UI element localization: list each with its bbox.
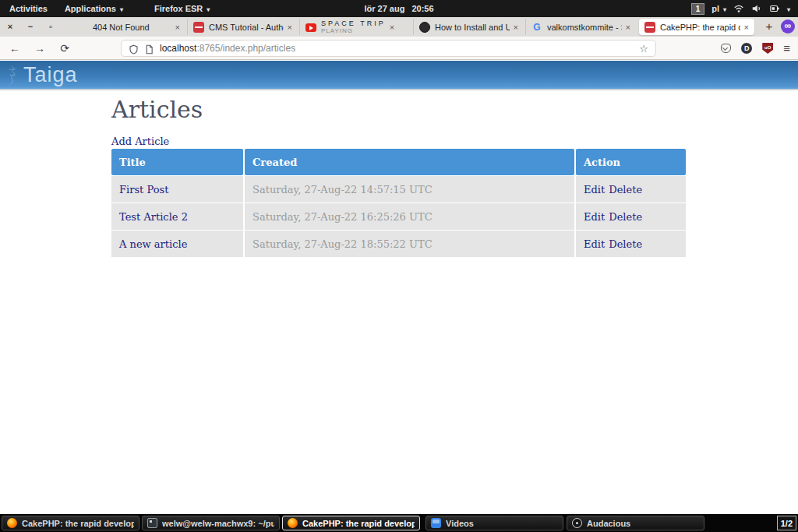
article-title-cell: Test Article 2: [111, 203, 243, 230]
url-text: localhost:8765/index.php/articles: [160, 43, 295, 54]
taskbar-item-firefox-2-active[interactable]: CakePHP: the rapid development ...: [282, 516, 420, 530]
minimize-window-button[interactable]: −: [23, 17, 37, 37]
articles-table: Title Created Action First Post Saturday…: [111, 149, 686, 257]
wifi-icon[interactable]: [733, 3, 744, 14]
maximize-window-button[interactable]: ▫: [44, 17, 58, 37]
firefox-icon: [7, 518, 17, 528]
column-header-title: Title: [111, 149, 243, 175]
reload-button[interactable]: ⟳: [55, 40, 75, 57]
keyboard-layout-label: pl: [711, 4, 719, 13]
chevron-down-icon: ▾: [120, 6, 123, 13]
bookmark-star-icon[interactable]: ☆: [639, 43, 648, 55]
tab-title: 404 Not Found: [71, 23, 171, 32]
close-tab-icon[interactable]: ×: [390, 23, 394, 32]
shield-icon[interactable]: [129, 44, 139, 54]
page-info-icon[interactable]: [144, 44, 154, 54]
edit-link[interactable]: Edit: [584, 238, 605, 250]
article-title-link[interactable]: A new article: [119, 238, 187, 250]
tab-cakephp-active[interactable]: CakePHP: the rapid deve ×: [639, 19, 754, 35]
taskbar-item-firefox-1[interactable]: CakePHP: the rapid development ...: [2, 516, 139, 530]
taiga-logo-icon: [5, 64, 22, 89]
tab-google-search[interactable]: G valkomstkommite - Sök ×: [525, 19, 636, 35]
article-title-cell: First Post: [111, 176, 243, 203]
taskbar-item-label: Videos: [446, 519, 474, 528]
firefox-icon: [140, 4, 150, 14]
tab-title: CakePHP: the rapid deve: [660, 23, 740, 32]
cakephp-favicon-icon: [193, 22, 204, 33]
extension-icon[interactable]: ∞: [781, 19, 795, 33]
taskbar-item-label: CakePHP: the rapid development ...: [302, 519, 415, 528]
url-host: localhost: [160, 43, 196, 54]
applications-menu-label: Applications: [65, 4, 116, 13]
youtube-favicon-icon: [305, 23, 316, 32]
site-brand: Taiga: [23, 63, 78, 87]
gnome-top-bar: Activities Applications ▾ Firefox ESR ▾ …: [0, 0, 798, 17]
workspace-indicator[interactable]: 1: [691, 3, 705, 15]
taskbar-item-audacious[interactable]: Audacious: [567, 516, 704, 530]
darkreader-extension-icon[interactable]: D: [741, 43, 752, 54]
taskbar-item-label: CakePHP: the rapid development ...: [22, 519, 134, 528]
clock[interactable]: lör 27 aug 20:56: [364, 4, 433, 13]
tab-title: valkomstkommite - Sök: [547, 23, 622, 32]
forward-button[interactable]: →: [30, 40, 50, 57]
clock-time: 20:56: [411, 4, 433, 13]
chevron-down-icon[interactable]: ▾: [787, 6, 790, 13]
tab-title: How to Install and Use P: [435, 23, 510, 32]
activities-button[interactable]: Activities: [9, 4, 48, 13]
table-header-row: Title Created Action: [111, 149, 686, 175]
edit-link[interactable]: Edit: [584, 211, 605, 223]
tab-youtube-space-trip[interactable]: SPACE TRIP PLAYING ×: [299, 19, 411, 35]
edit-link[interactable]: Edit: [584, 184, 605, 196]
browser-tab-bar: × − ▫ 404 Not Found × CMS Tutorial - Aut…: [0, 17, 798, 37]
article-created-cell: Saturday, 27-Aug-22 16:25:26 UTC: [245, 203, 574, 230]
pocket-icon[interactable]: [721, 44, 731, 53]
new-tab-button[interactable]: +: [761, 19, 778, 35]
article-title-link[interactable]: First Post: [119, 184, 168, 196]
article-title-cell: A new article: [111, 231, 243, 257]
article-actions-cell: Edit Delete: [576, 231, 686, 257]
delete-link[interactable]: Delete: [609, 211, 642, 223]
add-article-link[interactable]: Add Article: [111, 136, 169, 147]
clock-date: lör 27 aug: [364, 4, 404, 13]
table-row: A new article Saturday, 27-Aug-22 18:55:…: [111, 231, 686, 257]
terminal-icon: [147, 518, 157, 528]
tab-title: CMS Tutorial - Authentic: [209, 23, 284, 32]
taskbar-item-terminal[interactable]: welw@welw-machwx9: ~/public_...: [142, 516, 280, 530]
tab-cms-tutorial[interactable]: CMS Tutorial - Authentic ×: [187, 19, 298, 35]
keyboard-layout-menu[interactable]: pl ▾: [711, 4, 726, 13]
tab-404-not-found[interactable]: 404 Not Found ×: [65, 19, 185, 35]
chevron-down-icon: ▾: [723, 6, 726, 13]
volume-icon[interactable]: [751, 3, 762, 14]
column-header-action: Action: [576, 149, 686, 175]
article-created-cell: Saturday, 27-Aug-22 14:57:15 UTC: [245, 176, 574, 203]
hamburger-menu-icon[interactable]: ≡: [783, 40, 790, 57]
close-tab-icon[interactable]: ×: [744, 23, 749, 32]
delete-link[interactable]: Delete: [609, 184, 642, 196]
close-tab-icon[interactable]: ×: [175, 23, 180, 32]
close-window-button[interactable]: ×: [3, 17, 17, 37]
cakephp-favicon-icon: [644, 22, 655, 33]
taskbar-item-label: welw@welw-machwx9: ~/public_...: [162, 519, 274, 528]
tab-how-to-install[interactable]: How to Install and Use P ×: [413, 19, 524, 35]
url-path: :8765/index.php/articles: [196, 43, 295, 54]
article-title-link[interactable]: Test Article 2: [119, 211, 188, 223]
column-header-created: Created: [245, 149, 574, 175]
battery-icon[interactable]: [769, 3, 780, 14]
article-created-cell: Saturday, 27-Aug-22 18:55:22 UTC: [245, 231, 574, 257]
firefox-app-menu[interactable]: Firefox ESR ▾: [140, 4, 210, 14]
url-bar[interactable]: localhost:8765/index.php/articles ☆: [121, 40, 656, 57]
ublock-extension-icon[interactable]: uO: [762, 43, 773, 54]
taskbar-item-videos[interactable]: Videos: [425, 516, 563, 530]
workspace-pager[interactable]: 1/2: [777, 516, 796, 530]
delete-link[interactable]: Delete: [609, 238, 642, 250]
close-tab-icon[interactable]: ×: [288, 23, 292, 32]
close-tab-icon[interactable]: ×: [514, 23, 518, 32]
audacious-icon: [572, 518, 582, 528]
close-tab-icon[interactable]: ×: [626, 23, 630, 32]
firefox-icon: [288, 518, 298, 528]
google-favicon-icon: G: [531, 22, 542, 33]
applications-menu[interactable]: Applications ▾: [65, 4, 123, 13]
back-button[interactable]: ←: [5, 40, 25, 57]
firefox-app-menu-label: Firefox ESR: [154, 4, 203, 13]
videos-icon: [431, 518, 441, 528]
